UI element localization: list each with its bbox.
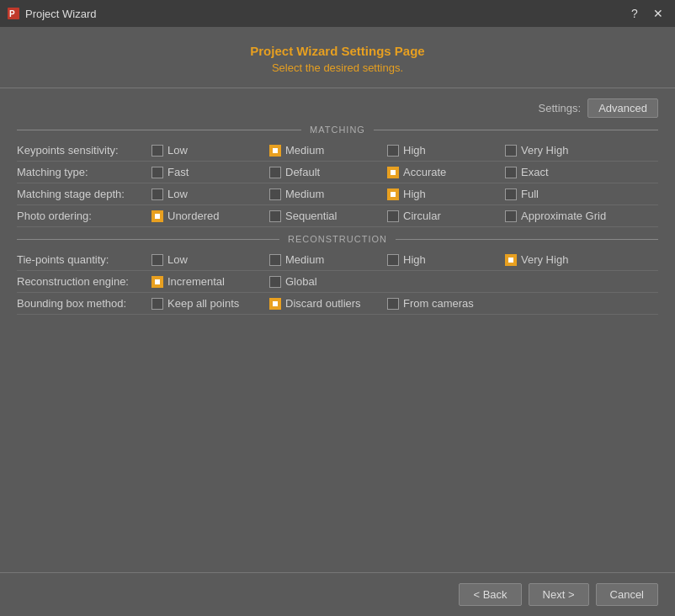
section-divider: MATCHING [17,125,658,135]
page-title: Project Wizard Settings Page [0,44,675,58]
radio-box[interactable] [151,189,163,200]
table-row: Matching type:FastDefaultAccurateExact [17,162,658,183]
option-item[interactable]: Unordered [151,210,269,222]
option-item[interactable]: Very High [505,144,623,157]
row-label: Keypoints sensitivity: [17,144,151,157]
radio-box[interactable] [269,254,281,266]
option-item[interactable]: Circular [387,210,505,222]
option-label: Very High [521,253,568,266]
radio-box[interactable] [387,167,399,178]
radio-box[interactable] [269,189,281,200]
option-label: Low [167,188,188,200]
radio-box[interactable] [151,167,163,178]
option-label: Approximate Grid [521,210,606,222]
option-item[interactable]: Medium [269,144,387,157]
option-label: Discard outliers [285,297,361,310]
option-item[interactable]: Medium [269,253,387,266]
section-divider: RECONSTRUCTION [17,234,658,244]
radio-box[interactable] [269,298,281,310]
row-label: Reconstruction engine: [17,275,151,288]
option-item[interactable]: Fast [151,166,269,178]
table-row: Bounding box method:Keep all pointsDisca… [17,293,658,315]
radio-box[interactable] [387,210,399,222]
option-label: From cameras [403,297,474,310]
radio-box[interactable] [151,298,163,310]
app-icon: P [7,7,20,20]
option-item[interactable]: Low [151,144,269,157]
option-label: Unordered [167,210,219,222]
row-label: Photo ordering: [17,210,151,222]
option-item[interactable]: Exact [505,166,623,178]
page-header: Project Wizard Settings Page Select the … [0,27,675,88]
radio-box[interactable] [269,145,281,157]
radio-box[interactable] [387,145,399,157]
option-label: Default [285,166,320,178]
option-label: Medium [285,253,324,266]
option-item[interactable]: Medium [269,188,387,200]
section-line-left [17,130,301,130]
table-row: Matching stage depth:LowMediumHighFull [17,183,658,205]
radio-box[interactable] [269,167,281,178]
advanced-button[interactable]: Advanced [587,98,658,118]
next-button[interactable]: Next > [529,583,589,606]
option-label: Incremental [167,275,225,288]
row-options: Keep all pointsDiscard outliersFrom came… [151,297,658,310]
radio-box[interactable] [269,210,281,222]
option-label: Circular [403,210,441,222]
radio-box[interactable] [151,145,163,157]
help-button[interactable]: ? [625,3,645,24]
option-item[interactable]: Very High [505,253,623,266]
radio-box[interactable] [151,276,163,288]
option-item[interactable]: Accurate [387,166,505,178]
svg-text:P: P [9,9,15,19]
option-item[interactable]: Default [269,166,387,178]
table-row: Tie-points quantity:LowMediumHighVery Hi… [17,249,658,271]
option-item[interactable]: High [387,144,505,157]
radio-box[interactable] [505,189,517,200]
radio-box[interactable] [387,189,399,200]
radio-box[interactable] [151,210,163,222]
option-item[interactable]: Incremental [151,275,269,288]
radio-box[interactable] [505,210,517,222]
option-item[interactable]: Discard outliers [269,297,387,310]
radio-box[interactable] [269,276,281,288]
option-label: Accurate [403,166,446,178]
row-options: UnorderedSequentialCircularApproximate G… [151,210,658,222]
row-label: Tie-points quantity: [17,253,151,266]
option-item[interactable]: Full [505,188,623,200]
radio-box[interactable] [505,167,517,178]
back-button[interactable]: < Back [459,583,521,606]
radio-box[interactable] [505,254,517,266]
option-item[interactable]: High [387,188,505,200]
radio-box[interactable] [387,298,399,310]
radio-box[interactable] [505,145,517,157]
close-button[interactable]: ✕ [648,3,668,24]
section-line-left [17,239,279,240]
option-item[interactable]: High [387,253,505,266]
row-options: IncrementalGlobal [151,275,658,288]
section-line-right [396,239,658,240]
row-options: FastDefaultAccurateExact [151,166,658,178]
settings-area: Settings: Advanced MATCHINGKeypoints sen… [0,88,675,572]
row-label: Bounding box method: [17,297,151,310]
option-item[interactable]: Low [151,188,269,200]
radio-box[interactable] [151,254,163,266]
option-item[interactable]: Keep all points [151,297,269,310]
option-label: Medium [285,188,324,200]
option-item[interactable]: Approximate Grid [505,210,623,222]
option-label: Full [521,188,539,200]
radio-box[interactable] [387,254,399,266]
option-label: Low [167,253,188,266]
option-item[interactable]: From cameras [387,297,505,310]
option-label: Exact [521,166,549,178]
option-label: Very High [521,144,568,157]
settings-bar: Settings: Advanced [17,98,658,118]
option-item[interactable]: Low [151,253,269,266]
row-label: Matching stage depth: [17,188,151,200]
option-item[interactable]: Global [269,275,387,288]
section-name: MATCHING [301,125,374,135]
cancel-button[interactable]: Cancel [596,583,658,606]
option-label: Sequential [285,210,337,222]
title-bar: P Project Wizard ? ✕ [0,0,675,27]
option-item[interactable]: Sequential [269,210,387,222]
